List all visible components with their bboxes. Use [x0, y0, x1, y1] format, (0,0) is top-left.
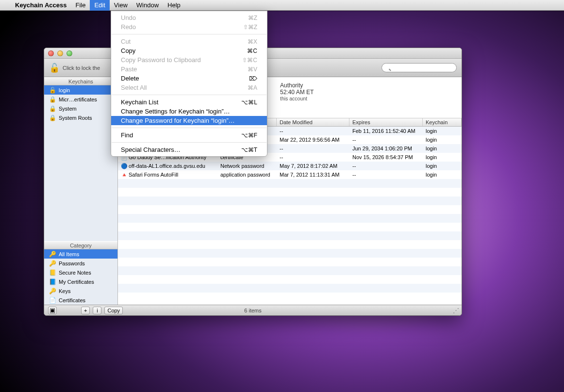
menu-separator [112, 128, 266, 128]
resize-grip-icon[interactable]: ⋰ [453, 307, 458, 314]
keychain-item-system-roots[interactable]: 🔒System Roots [44, 113, 117, 122]
sidebar-item-label: login [59, 87, 70, 93]
lock-icon: 🔒 [49, 105, 56, 112]
table-row [118, 284, 462, 293]
menu-item-special-characters[interactable]: Special Characters…⌥⌘T [111, 145, 267, 154]
menu-item-keychain-list[interactable]: Keychain List⌥⌘L [111, 98, 267, 107]
sidebar-item-label: System [59, 106, 77, 112]
close-button[interactable] [48, 50, 54, 56]
item-icon: 🔺 [121, 172, 128, 178]
menu-item-change-settings-for-keychain-login[interactable]: Change Settings for Keychain “login”… [111, 107, 267, 116]
column-date-modified[interactable]: Date Modified [277, 118, 349, 126]
minimize-button[interactable] [57, 50, 63, 56]
menu-app[interactable]: Keychain Access [11, 0, 71, 11]
category-icon: 📒 [49, 269, 56, 276]
detail-line-2: 52:40 AM ET [280, 89, 455, 96]
category-item-certificates[interactable]: 📄Certificates [44, 295, 117, 305]
lock-text: Click to lock the [63, 65, 100, 71]
keychain-item-system[interactable]: 🔒System [44, 104, 117, 113]
category-icon: 📘 [49, 278, 56, 285]
table-row[interactable]: 🔺Safari Forms AutoFillapplication passwo… [118, 170, 462, 179]
sidebar-item-label: Micr…ertificates [59, 97, 97, 102]
menu-view[interactable]: View [110, 0, 132, 11]
table-row [118, 205, 462, 214]
menu-item-find[interactable]: Find⌥⌘F [111, 131, 267, 140]
sidebar-item-label: Secure Notes [59, 270, 91, 276]
menu-item-redo: Redo⇧⌘Z [111, 22, 267, 32]
copy-button[interactable]: Copy [104, 307, 123, 314]
detail-line-1: Authority [280, 82, 455, 89]
table-row [118, 179, 462, 188]
zoom-button[interactable] [66, 50, 72, 56]
category-list: 🔑All Items🔑Passwords📒Secure Notes📘My Cer… [44, 249, 117, 305]
sidebar-item-label: My Certificates [59, 279, 94, 285]
sidebar-item-label: Passwords [59, 261, 85, 266]
table-row [118, 188, 462, 196]
column-expires[interactable]: Expires [349, 118, 423, 126]
category-header: Category [44, 241, 117, 249]
category-item-passwords[interactable]: 🔑Passwords [44, 259, 117, 268]
menu-item-cut: Cut⌘X [111, 37, 267, 46]
unlock-icon: 🔓 [49, 63, 60, 73]
keychain-item-micr-ertificates[interactable]: 🔒Micr…ertificates [44, 95, 117, 104]
category-item-my-certificates[interactable]: 📘My Certificates [44, 277, 117, 286]
table-row [118, 275, 462, 284]
menu-item-copy[interactable]: Copy⌘C [111, 46, 267, 55]
table-row [118, 223, 462, 231]
table-row [118, 266, 462, 275]
category-icon: 🔑 [49, 251, 56, 258]
keychains-list: 🔓login🔒Micr…ertificates🔒System🔒System Ro… [44, 85, 117, 122]
table-row [118, 196, 462, 205]
table-row [118, 249, 462, 258]
lock-keychain-button[interactable]: 🔓 Click to lock the [49, 63, 100, 73]
menu-item-copy-password-to-clipboard: Copy Password to Clipboard⇧⌘C [111, 55, 267, 65]
menu-edit[interactable]: Edit [90, 0, 109, 11]
sidebar-item-label: Certificates [59, 297, 85, 303]
menu-item-paste: Paste⌘V [111, 65, 267, 74]
search-input[interactable] [382, 63, 457, 72]
menu-file[interactable]: File [71, 0, 90, 11]
lock-icon: 🔒 [49, 114, 56, 121]
category-icon: 📄 [49, 297, 56, 304]
search-wrap [382, 63, 457, 73]
column-keychain[interactable]: Keychain [423, 118, 462, 126]
table-row [118, 214, 462, 223]
category-icon: 🔑 [49, 288, 56, 294]
menu-separator [112, 95, 266, 95]
info-button[interactable]: i [93, 307, 101, 314]
unlock-icon: 🔓 [49, 87, 56, 94]
menu-item-change-password-for-keychain-login[interactable]: Change Password for Keychain “login”… [111, 116, 267, 125]
table-row [118, 258, 462, 266]
edit-menu-dropdown: Undo⌘ZRedo⇧⌘ZCut⌘XCopy⌘CCopy Password to… [111, 11, 267, 157]
sidebar-item-label: System Roots [59, 115, 92, 121]
menu-window[interactable]: Window [132, 0, 163, 11]
menubar: Keychain Access File Edit View Window He… [0, 0, 564, 11]
toggle-preview-button[interactable]: ▣ [48, 307, 57, 314]
traffic-lights [44, 50, 72, 56]
add-item-button[interactable]: + [81, 307, 90, 314]
menu-help[interactable]: Help [163, 0, 185, 11]
keychains-header: Keychains [44, 77, 117, 85]
menu-separator [112, 142, 266, 143]
category-icon: 🔑 [49, 260, 56, 267]
sidebar: Keychains 🔓login🔒Micr…ertificates🔒System… [44, 77, 118, 305]
category-item-keys[interactable]: 🔑Keys [44, 286, 117, 295]
sidebar-item-label: All Items [59, 251, 79, 257]
detail-line-3: this account [280, 96, 455, 101]
menu-item-select-all: Select All⌘A [111, 83, 267, 92]
table-row [118, 231, 462, 240]
category-item-secure-notes[interactable]: 📒Secure Notes [44, 268, 117, 277]
table-row [118, 240, 462, 249]
sidebar-item-label: Keys [59, 288, 70, 294]
item-icon: 🔵 [121, 163, 128, 169]
menu-item-undo: Undo⌘Z [111, 13, 267, 22]
category-item-all-items[interactable]: 🔑All Items [44, 249, 117, 259]
status-bar: ▣ + i Copy 6 items ⋰ [44, 305, 462, 315]
menu-item-delete[interactable]: Delete⌦ [111, 74, 267, 83]
keychain-item-login[interactable]: 🔓login [44, 85, 117, 95]
menu-separator [112, 34, 266, 34]
table-row[interactable]: 🔵off-data-AL1.office.ads.gvsu.eduNetwork… [118, 162, 462, 170]
lock-icon: 🔒 [49, 96, 56, 103]
